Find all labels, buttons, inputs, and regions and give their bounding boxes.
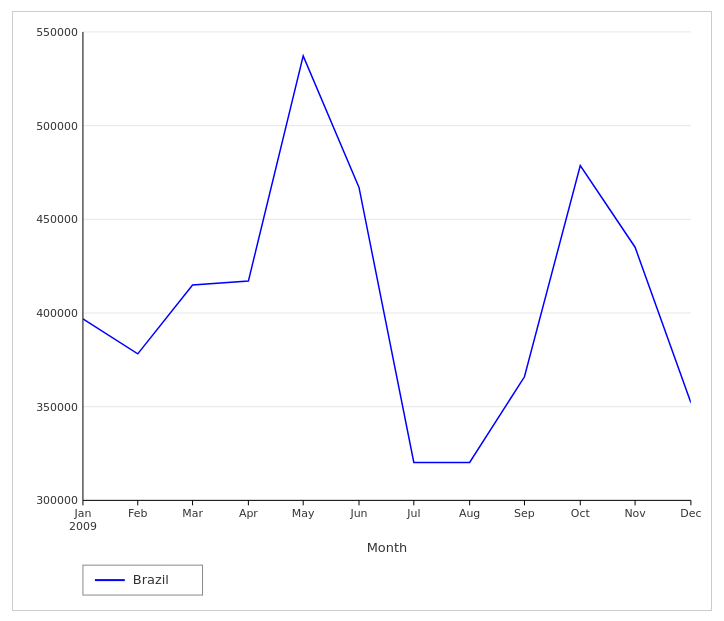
x-label-jan: Jan xyxy=(73,507,91,520)
x-label-feb: Feb xyxy=(128,507,147,520)
plot-area xyxy=(83,31,691,499)
x-label-nov: Nov xyxy=(624,507,646,520)
x-label-sep: Sep xyxy=(514,507,535,520)
x-axis-label: Month xyxy=(367,540,408,555)
chart-svg: 300000 350000 400000 450000 500000 55000… xyxy=(13,12,711,610)
y-tick-450k: 450000 xyxy=(36,213,78,226)
legend-label: Brazil xyxy=(133,572,169,587)
x-label-dec: Dec xyxy=(680,507,701,520)
x-label-jul: Jul xyxy=(406,507,420,520)
x-label-oct: Oct xyxy=(571,507,591,520)
y-tick-550k: 550000 xyxy=(36,25,78,38)
y-tick-400k: 400000 xyxy=(36,306,78,319)
x-label-mar: Mar xyxy=(182,507,203,520)
x-label-jan-year: 2009 xyxy=(69,520,97,533)
x-label-apr: Apr xyxy=(239,507,258,520)
x-label-aug: Aug xyxy=(459,507,480,520)
x-label-may: May xyxy=(292,507,315,520)
y-tick-350k: 350000 xyxy=(36,400,78,413)
y-tick-500k: 500000 xyxy=(36,119,78,132)
x-label-jun: Jun xyxy=(349,507,367,520)
chart-container: 300000 350000 400000 450000 500000 55000… xyxy=(12,11,712,611)
y-tick-300k: 300000 xyxy=(36,494,78,507)
